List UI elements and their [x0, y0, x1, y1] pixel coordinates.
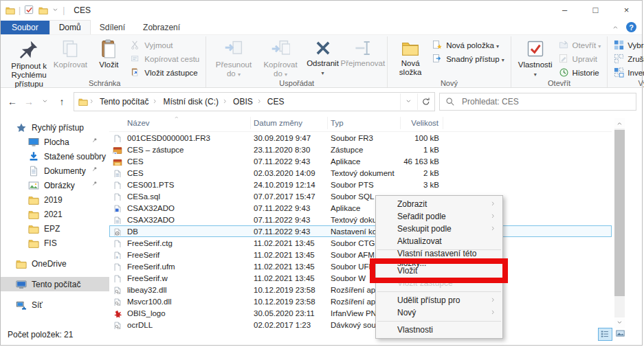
search-input[interactable] [460, 96, 621, 107]
sidebar-item-2021[interactable]: 2021 [1, 207, 109, 221]
scrollbar-thumb[interactable] [614, 130, 625, 296]
kopirovat-cestu-button[interactable]: Kopírovat cestu [129, 53, 201, 65]
otevrit-button[interactable]: Otevřít ▾ [557, 39, 603, 51]
context-menu-item-vlastnosti[interactable]: Vlastnosti [376, 324, 502, 336]
context-menu-item-seradit-podle[interactable]: Seřadit podle [376, 210, 502, 223]
qat-dropdown-icon[interactable] [52, 7, 59, 14]
recent-locations-icon[interactable] [38, 94, 53, 109]
kopirovat-do-button[interactable]: Kopírovat do ▾ [258, 37, 303, 78]
file-row-cesa-sql[interactable]: CESa.sql07.07.2017 15:47Soubor SQL [109, 190, 612, 202]
ribbon-group-schranka: Připnout k Rychlému přístupuKopírovatVlo… [3, 36, 206, 87]
column-header-date[interactable]: Datum změny [251, 117, 328, 129]
sidebar-item-onedrive[interactable]: OneDrive [1, 256, 109, 271]
snadny-pristup-button[interactable]: Snadný přístup ▾ [430, 53, 507, 65]
vlozit-zastupce-button[interactable]: Vložit zástupce [129, 67, 201, 78]
file-date: 10.12.2019 23:58 [251, 298, 328, 306]
column-header-size[interactable]: Velikost [401, 117, 443, 129]
sidebar-item-sit[interactable]: Síť [1, 298, 109, 312]
context-menu-item-seskupit-podle[interactable]: Seskupit podle [376, 223, 502, 235]
breadcrumb-segment-tento-pocitac[interactable]: Tento počítač [97, 96, 151, 108]
file-row-ces[interactable]: CES02.03.2020 14:09Textový dokument2 kB [109, 167, 612, 179]
breadcrumb-segment-ces[interactable]: CES [265, 96, 287, 108]
tab-zobrazeni[interactable]: Zobrazení [134, 21, 189, 34]
folder-icon [28, 238, 39, 249]
tab-soubor[interactable]: Soubor [1, 21, 49, 34]
vlastnosti-button[interactable]: Vlastnosti ▾ [515, 37, 555, 78]
column-header-name[interactable]: Název [109, 117, 251, 129]
submenu-arrow-icon [491, 296, 497, 305]
file-row-ces[interactable]: CES07.11.2022 9:43Aplikace46 163 kB [109, 155, 612, 167]
forward-button[interactable]: → [21, 94, 36, 109]
file-row-libeay32-dll[interactable]: libeay32.dll10.12.2019 23:58Rozšíření ap… [109, 284, 612, 295]
sidebar-item-rychly-pristup[interactable]: Rychlý přístup [1, 120, 109, 135]
file-date: 11.02.2021 13:45 [251, 262, 328, 271]
historie-button[interactable]: Historie [557, 67, 603, 78]
sidebar-item-plocha[interactable]: Plocha [1, 135, 109, 149]
sidebar-item-stazene-soubory[interactable]: Stažené soubory [1, 149, 109, 164]
file-row-obis-logo[interactable]: OBIS_logo30.05.2020 23:11IrfanView PNG F… [109, 307, 612, 319]
odstranit-button[interactable]: Odstranit ▾ [304, 37, 342, 77]
vertical-scrollbar[interactable] [614, 118, 625, 328]
file-row-freeserif[interactable]: aFreeSerif11.02.2021 13:45Soubor AFM [109, 249, 612, 260]
file-row-csax32ado[interactable]: CSAX32ADO07.11.2022 9:43Textový dokument [109, 214, 612, 225]
new-folder-qat-icon[interactable] [38, 5, 48, 15]
scroll-up-icon[interactable] [614, 118, 625, 128]
zrusit-vyber-button[interactable]: Zrušit výběr [612, 53, 644, 65]
file-row-csax32ado[interactable]: CSAX32ADO07.11.2022 9:43Aplikace [109, 202, 612, 214]
rename-icon [354, 39, 372, 57]
ribbon-button-label: Odstranit ▾ [307, 59, 339, 77]
file-name: FreeSerif.ctg [109, 239, 251, 247]
context-menu-item-zobrazit[interactable]: Zobrazit [376, 198, 502, 210]
help-icon[interactable]: ? [626, 22, 636, 32]
sidebar-item-epz[interactable]: EPZ [1, 221, 109, 236]
address-dropdown-icon[interactable] [400, 93, 417, 110]
file-row-freeserif-ufm[interactable]: FreeSerif.ufm11.02.2021 13:45Soubor UFM [109, 260, 612, 272]
back-button[interactable]: ← [5, 94, 20, 109]
pin-icon [92, 137, 100, 147]
close-button[interactable]: × [611, 1, 642, 19]
details-view-toggle[interactable] [598, 328, 612, 341]
invertovat-vyber-button[interactable]: Invertovat výběr [612, 67, 644, 78]
upravit-button[interactable]: Upravit [557, 53, 603, 65]
context-menu-item-novy[interactable]: Nový [376, 306, 502, 319]
refresh-icon[interactable] [417, 93, 434, 110]
tab-domu[interactable]: Domů [49, 20, 91, 34]
vybrat-vse-button[interactable]: Vybrat vše [612, 39, 644, 51]
file-row-db[interactable]: DB07.11.2022 9:43Nastavení konfigurace [109, 225, 612, 237]
nova-slozka-button[interactable]: Nová složka [392, 37, 429, 77]
sidebar-item-dokumenty[interactable]: Dokumenty [1, 164, 109, 178]
sidebar-item-2019[interactable]: 2019 [1, 192, 109, 207]
file-blank-icon [113, 275, 122, 282]
context-menu-item-aktualizovat[interactable]: Aktualizovat [376, 235, 502, 247]
file-row-001cesd0000001-fr3[interactable]: 001CESD0000001.FR330.09.2019 9:47Soubor … [109, 132, 612, 144]
properties-check-icon[interactable] [24, 5, 34, 15]
thumbnails-view-toggle[interactable] [614, 328, 627, 339]
file-row-ces001-pts[interactable]: CES001.PTS24.10.2019 12:14Soubor PTS3 kB [109, 179, 612, 190]
column-header-type[interactable]: Typ [328, 117, 401, 129]
breadcrumb-segment-obis[interactable]: OBIS [230, 96, 256, 108]
nova-polozka-button[interactable]: Nová položka ▾ [430, 39, 507, 51]
sidebar-item-obrazky[interactable]: Obrázky [1, 178, 109, 192]
breadcrumb[interactable]: Tento počítačMístní disk (C:)OBISCES [74, 92, 435, 111]
prejmenovat-button[interactable]: Přejmenovat [343, 37, 384, 68]
file-row-msvcr100-dll[interactable]: Msvcr100.dll10.12.2019 23:58Rozšíření ap… [109, 295, 612, 307]
vlozit-button[interactable]: Vložit [90, 37, 127, 69]
context-menu-item-udelit-pristup-pro[interactable]: Udělit přístup pro [376, 294, 502, 306]
star-icon [16, 122, 27, 133]
file-row-freeserif-ctg[interactable]: FreeSerif.ctg11.02.2021 13:45Soubor CTG [109, 237, 612, 249]
minimize-button[interactable]: – [549, 1, 580, 19]
up-button[interactable]: ↑ [54, 94, 69, 109]
collapse-ribbon-icon[interactable] [612, 24, 619, 31]
sidebar-item-fis[interactable]: FIS [1, 236, 109, 250]
vyjmout-button[interactable]: Vyjmout [129, 39, 201, 51]
breadcrumb-segment-mistni-disk-c[interactable]: Místní disk (C:) [160, 96, 221, 108]
kopirovat-button[interactable]: Kopírovat [52, 37, 89, 69]
file-row-freeserif-w[interactable]: FreeSerif.w11.02.2021 13:45Soubor W [109, 272, 612, 284]
ribbon-button-label: Vložit [99, 60, 118, 69]
presunout-do-button[interactable]: Přesunout do ▾ [210, 37, 256, 78]
tab-sdileni[interactable]: Sdílení [91, 21, 134, 34]
maximize-button[interactable]: □ [580, 1, 611, 19]
sidebar-item-tento-pocitac[interactable]: Tento počítač [1, 277, 109, 291]
pin-icon [92, 181, 100, 190]
file-row-ces-zastupce[interactable]: CES – zástupce23.11.2020 8:30Zástupce1 k… [109, 144, 612, 155]
